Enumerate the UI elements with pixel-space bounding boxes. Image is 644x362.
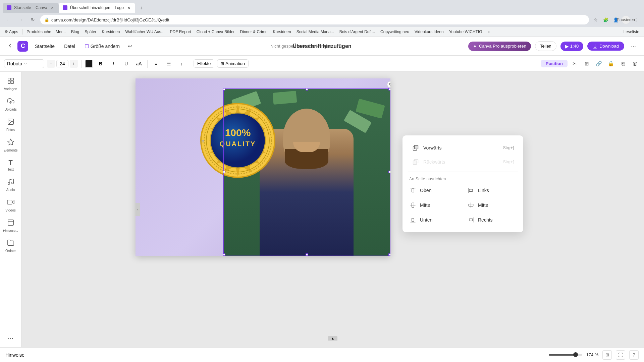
bookmark-apps[interactable]: ⚙Apps (3, 29, 20, 35)
reload-button[interactable]: ↻ (28, 15, 38, 24)
lock-icon[interactable]: 🔒 (606, 59, 616, 68)
bookmark-blog[interactable]: Blog (69, 29, 81, 35)
audio-icon (7, 178, 14, 187)
italic-button[interactable]: I (108, 59, 118, 68)
align-right-item[interactable]: Rechts (463, 213, 521, 227)
zoom-fit-button[interactable]: ⊞ (602, 350, 612, 360)
tab-1[interactable]: Startseite – Canva ✕ (3, 3, 59, 13)
extensions-icon[interactable]: 🧩 (602, 16, 610, 24)
copy-icon[interactable]: ⎘ (618, 59, 628, 68)
alignment-grid: Oben Links Mitte (402, 183, 523, 227)
trash-icon[interactable]: 🗑 (630, 59, 640, 68)
zoom-controls: 174 % ⊞ ⛶ ? (549, 350, 639, 360)
bookmark-bois[interactable]: Bois d'Argent Duft... (337, 29, 377, 35)
align-bottom-item[interactable]: Unten (405, 213, 463, 227)
align-top-icon (409, 187, 417, 194)
home-button[interactable] (5, 41, 15, 52)
sidebar-item-hintergrund[interactable]: Hintergru... (1, 216, 20, 235)
text-color-button[interactable] (85, 60, 93, 68)
address-input[interactable]: 🔒 canva.com/design/DAEdomzcjl/drBfjHdCoj… (40, 15, 589, 24)
tab-2[interactable]: Überschrift hinzufügen – Logo ✕ (59, 3, 135, 13)
bottom-bar: Hinweise 174 % ⊞ ⛶ ? (0, 347, 644, 362)
tab-2-label: Überschrift hinzufügen – Logo (70, 5, 124, 10)
bookmark-kursideen2[interactable]: Kursideen (271, 29, 293, 35)
bold-button[interactable]: B (96, 59, 106, 68)
svg-point-10 (8, 183, 10, 185)
home-menu-item[interactable]: Startseite (32, 42, 57, 50)
font-size-value[interactable]: 24 (56, 60, 68, 67)
effects-button[interactable]: Effekte (194, 59, 214, 68)
more-options-button[interactable]: ··· (628, 41, 639, 51)
list-button[interactable]: ☰ (164, 59, 174, 68)
bookmark-social[interactable]: Social Media Mana... (294, 29, 336, 35)
file-menu-item[interactable]: Datei (61, 42, 78, 50)
sidebar-item-fotos[interactable]: Fotos (1, 115, 20, 134)
more-bookmarks-button[interactable]: » (486, 29, 492, 35)
position-button[interactable]: Position (541, 60, 568, 67)
bookmark-star-icon[interactable]: ☆ (592, 16, 600, 24)
tab-2-close[interactable]: ✕ (126, 5, 131, 10)
crop-icon[interactable]: ✂ (570, 59, 580, 68)
font-size-decrease[interactable]: − (47, 60, 55, 68)
divider-2 (147, 60, 148, 68)
collapse-arrow[interactable]: ‹ (136, 203, 140, 216)
bookmark-leselist[interactable]: Leseliste (622, 29, 641, 35)
bookmark-kursideen1[interactable]: Kursideen (100, 29, 122, 35)
size-change-button[interactable]: Größe ändern (82, 42, 122, 50)
bookmark-copy[interactable]: Copywriting neu (378, 29, 411, 35)
bookmark-youtube[interactable]: Youtube WICHTIG (447, 29, 484, 35)
canvas-scroll[interactable]: 100% QUALITY (21, 72, 644, 347)
bookmark-cload[interactable]: Cload + Canva Bilder (195, 29, 237, 35)
forward-button[interactable]: → (16, 15, 25, 24)
sidebar-item-elemente[interactable]: Elemente (1, 136, 20, 155)
animation-button[interactable]: ⊞ Animation (217, 59, 249, 68)
uploads-label: Uploads (4, 108, 17, 111)
back-button[interactable]: ← (4, 15, 13, 24)
align-left-item[interactable]: Links (463, 183, 521, 197)
download-button[interactable]: Download (587, 42, 624, 51)
quality-badge[interactable]: 100% QUALITY (199, 102, 276, 180)
sidebar-item-vorlagen[interactable]: Vorlagen (1, 74, 20, 94)
bookmark-video[interactable]: Videokurs Ideen (413, 29, 446, 35)
help-button[interactable]: ? (629, 350, 639, 360)
left-sidebar: Vorlagen Uploads Fotos Elemente (0, 72, 21, 347)
canvas-page[interactable]: 100% QUALITY (136, 78, 390, 256)
sidebar-item-audio[interactable]: Audio (1, 175, 20, 194)
undo-button[interactable]: ↩ (126, 42, 133, 51)
underline-button[interactable]: U (121, 59, 131, 68)
page-nav-arrow[interactable]: ▲ (328, 336, 337, 341)
bookmark-pdf[interactable]: PDF Report (168, 29, 193, 35)
browser-menu-icon[interactable]: ⋮ (632, 16, 640, 24)
sidebar-item-videos[interactable]: Videos (1, 196, 20, 215)
new-tab-button[interactable]: + (137, 3, 146, 13)
zoom-slider[interactable] (549, 354, 582, 356)
timer-button[interactable]: ▶ 1:40 (560, 42, 583, 51)
bookmark-wahlf[interactable]: Wahlfächer WU Aus... (123, 29, 167, 35)
align-hcenter-item[interactable]: Mitte (463, 198, 521, 212)
sidebar-item-ordner[interactable]: Ordner (1, 236, 20, 255)
fullscreen-button[interactable]: ⛶ (616, 350, 625, 360)
font-size-increase[interactable]: + (70, 60, 78, 68)
position-forward-item[interactable]: Vorwärts Strg+] (405, 141, 521, 155)
share-button[interactable]: Teilen (535, 41, 556, 51)
pause-label[interactable]: Pausieren (622, 16, 630, 24)
link-icon[interactable]: 🔗 (594, 59, 604, 68)
sidebar-item-more[interactable]: ··· (1, 331, 20, 345)
hintergrund-label: Hintergru... (3, 229, 18, 232)
spacing-button[interactable]: ↕ (176, 59, 186, 68)
sidebar-item-text[interactable]: T Text (1, 156, 20, 174)
canva-pro-button[interactable]: ✦ Canva Pro ausprobieren (468, 42, 531, 51)
align-top-item[interactable]: Oben (405, 183, 463, 197)
tab-1-close[interactable]: ✕ (50, 5, 55, 10)
bookmark-dinner[interactable]: Dinner & Crime (238, 29, 270, 35)
grid-icon[interactable]: ⊞ (582, 59, 592, 68)
font-selector[interactable]: Roboto (4, 59, 44, 68)
align-vcenter-item[interactable]: Mitte (405, 198, 463, 212)
bookmark-produktsuche[interactable]: Produktsuche – Mer... (24, 29, 68, 35)
sidebar-item-uploads[interactable]: Uploads (1, 95, 20, 114)
forward-icon (412, 144, 419, 152)
align-button[interactable]: ≡ (151, 59, 161, 68)
elemente-icon (7, 138, 14, 147)
case-button[interactable]: aA (134, 59, 144, 68)
bookmark-spater[interactable]: Später (83, 29, 98, 35)
